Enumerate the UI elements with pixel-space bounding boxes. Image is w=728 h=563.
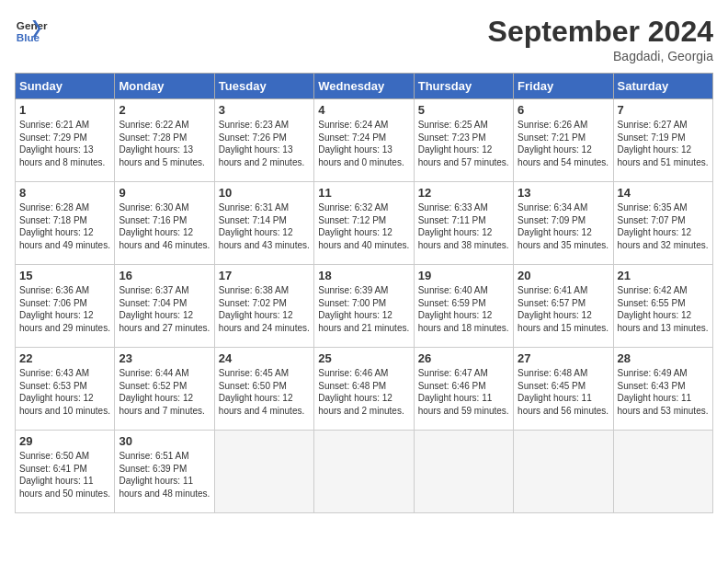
day-number: 15: [19, 269, 110, 282]
calendar-cell: 16 Sunrise: 6:37 AMSunset: 7:04 PMDaylig…: [115, 265, 214, 348]
calendar-cell: 2 Sunrise: 6:22 AMSunset: 7:28 PMDayligh…: [115, 99, 214, 182]
calendar-cell: 30 Sunrise: 6:51 AMSunset: 6:39 PMDaylig…: [115, 431, 214, 513]
day-info: Sunrise: 6:31 AMSunset: 7:14 PMDaylight …: [219, 201, 310, 251]
day-info: Sunrise: 6:49 AMSunset: 6:43 PMDaylight …: [618, 367, 709, 417]
day-number: 22: [19, 351, 110, 365]
day-number: 4: [318, 103, 409, 117]
calendar-week-3: 15 Sunrise: 6:36 AMSunset: 7:06 PMDaylig…: [16, 265, 713, 348]
day-number: 27: [518, 351, 609, 365]
calendar-week-2: 8 Sunrise: 6:28 AMSunset: 7:18 PMDayligh…: [16, 182, 713, 265]
day-number: 30: [119, 434, 210, 448]
calendar-cell: [514, 431, 613, 513]
title-area: September 2024 Bagdadi, Georgia: [488, 15, 713, 63]
day-info: Sunrise: 6:51 AMSunset: 6:39 PMDaylight …: [119, 450, 210, 500]
calendar-cell: 13 Sunrise: 6:34 AMSunset: 7:09 PMDaylig…: [514, 182, 613, 265]
calendar-cell: 18 Sunrise: 6:39 AMSunset: 7:00 PMDaylig…: [314, 265, 414, 348]
day-number: 11: [318, 186, 409, 200]
day-info: Sunrise: 6:22 AMSunset: 7:28 PMDaylight …: [119, 119, 210, 168]
calendar-cell: 14 Sunrise: 6:35 AMSunset: 7:07 PMDaylig…: [613, 182, 712, 265]
day-header-thursday: Thursday: [414, 74, 513, 99]
day-info: Sunrise: 6:36 AMSunset: 7:06 PMDaylight …: [19, 284, 110, 334]
calendar-cell: 28 Sunrise: 6:49 AMSunset: 6:43 PMDaylig…: [613, 348, 712, 431]
calendar-cell: 3 Sunrise: 6:23 AMSunset: 7:26 PMDayligh…: [214, 99, 313, 182]
day-header-wednesday: Wednesday: [314, 74, 414, 99]
location-title: Bagdadi, Georgia: [488, 49, 713, 63]
day-info: Sunrise: 6:26 AMSunset: 7:21 PMDaylight …: [518, 119, 609, 168]
day-header-friday: Friday: [514, 74, 613, 99]
calendar-cell: 10 Sunrise: 6:31 AMSunset: 7:14 PMDaylig…: [214, 182, 313, 265]
calendar-cell: [414, 431, 513, 513]
calendar-cell: 4 Sunrise: 6:24 AMSunset: 7:24 PMDayligh…: [314, 99, 414, 182]
day-header-tuesday: Tuesday: [214, 74, 313, 99]
day-header-sunday: Sunday: [16, 74, 115, 99]
day-number: 14: [618, 186, 709, 200]
day-info: Sunrise: 6:46 AMSunset: 6:48 PMDaylight …: [318, 367, 409, 417]
month-title: September 2024: [488, 15, 713, 49]
day-number: 5: [418, 103, 509, 117]
day-info: Sunrise: 6:40 AMSunset: 6:59 PMDaylight …: [418, 284, 509, 334]
day-info: Sunrise: 6:30 AMSunset: 7:16 PMDaylight …: [119, 201, 210, 251]
day-info: Sunrise: 6:35 AMSunset: 7:07 PMDaylight …: [618, 201, 709, 251]
calendar-week-4: 22 Sunrise: 6:43 AMSunset: 6:53 PMDaylig…: [16, 348, 713, 431]
day-number: 6: [518, 103, 609, 117]
header: General Blue September 2024 Bagdadi, Geo…: [15, 15, 713, 63]
day-info: Sunrise: 6:23 AMSunset: 7:26 PMDaylight …: [219, 119, 310, 168]
svg-text:General: General: [17, 19, 48, 31]
calendar-cell: 21 Sunrise: 6:42 AMSunset: 6:55 PMDaylig…: [613, 265, 712, 348]
calendar-week-5: 29 Sunrise: 6:50 AMSunset: 6:41 PMDaylig…: [16, 431, 713, 513]
calendar-cell: 26 Sunrise: 6:47 AMSunset: 6:46 PMDaylig…: [414, 348, 513, 431]
day-number: 26: [418, 351, 509, 365]
day-number: 21: [618, 269, 709, 282]
calendar-header-row: SundayMondayTuesdayWednesdayThursdayFrid…: [16, 74, 713, 99]
calendar-cell: 8 Sunrise: 6:28 AMSunset: 7:18 PMDayligh…: [16, 182, 115, 265]
calendar: SundayMondayTuesdayWednesdayThursdayFrid…: [15, 73, 713, 513]
calendar-cell: 22 Sunrise: 6:43 AMSunset: 6:53 PMDaylig…: [16, 348, 115, 431]
day-info: Sunrise: 6:42 AMSunset: 6:55 PMDaylight …: [618, 284, 709, 334]
day-info: Sunrise: 6:34 AMSunset: 7:09 PMDaylight …: [518, 201, 609, 251]
calendar-cell: 27 Sunrise: 6:48 AMSunset: 6:45 PMDaylig…: [514, 348, 613, 431]
calendar-cell: 15 Sunrise: 6:36 AMSunset: 7:06 PMDaylig…: [16, 265, 115, 348]
logo-icon: General Blue: [15, 15, 48, 48]
calendar-cell: [314, 431, 414, 513]
day-info: Sunrise: 6:27 AMSunset: 7:19 PMDaylight …: [618, 119, 709, 168]
calendar-week-1: 1 Sunrise: 6:21 AMSunset: 7:29 PMDayligh…: [16, 99, 713, 182]
calendar-cell: 29 Sunrise: 6:50 AMSunset: 6:41 PMDaylig…: [16, 431, 115, 513]
day-number: 20: [518, 269, 609, 282]
day-number: 24: [219, 351, 310, 365]
day-header-monday: Monday: [115, 74, 214, 99]
day-info: Sunrise: 6:50 AMSunset: 6:41 PMDaylight …: [19, 450, 110, 500]
day-number: 29: [19, 434, 110, 448]
day-number: 16: [119, 269, 210, 282]
day-info: Sunrise: 6:32 AMSunset: 7:12 PMDaylight …: [318, 201, 409, 251]
day-info: Sunrise: 6:21 AMSunset: 7:29 PMDaylight …: [19, 119, 110, 168]
day-info: Sunrise: 6:25 AMSunset: 7:23 PMDaylight …: [418, 119, 509, 168]
day-number: 8: [19, 186, 110, 200]
day-header-saturday: Saturday: [613, 74, 712, 99]
day-number: 25: [318, 351, 409, 365]
logo: General Blue: [15, 15, 48, 48]
day-number: 23: [119, 351, 210, 365]
day-info: Sunrise: 6:28 AMSunset: 7:18 PMDaylight …: [19, 201, 110, 251]
calendar-cell: 23 Sunrise: 6:44 AMSunset: 6:52 PMDaylig…: [115, 348, 214, 431]
day-number: 10: [219, 186, 310, 200]
calendar-cell: 11 Sunrise: 6:32 AMSunset: 7:12 PMDaylig…: [314, 182, 414, 265]
calendar-cell: 1 Sunrise: 6:21 AMSunset: 7:29 PMDayligh…: [16, 99, 115, 182]
day-info: Sunrise: 6:48 AMSunset: 6:45 PMDaylight …: [518, 367, 609, 417]
calendar-cell: 9 Sunrise: 6:30 AMSunset: 7:16 PMDayligh…: [115, 182, 214, 265]
calendar-body: 1 Sunrise: 6:21 AMSunset: 7:29 PMDayligh…: [16, 99, 713, 513]
calendar-cell: 12 Sunrise: 6:33 AMSunset: 7:11 PMDaylig…: [414, 182, 513, 265]
day-info: Sunrise: 6:24 AMSunset: 7:24 PMDaylight …: [318, 119, 409, 168]
day-number: 9: [119, 186, 210, 200]
day-info: Sunrise: 6:37 AMSunset: 7:04 PMDaylight …: [119, 284, 210, 334]
day-number: 3: [219, 103, 310, 117]
calendar-cell: 5 Sunrise: 6:25 AMSunset: 7:23 PMDayligh…: [414, 99, 513, 182]
calendar-cell: 7 Sunrise: 6:27 AMSunset: 7:19 PMDayligh…: [613, 99, 712, 182]
day-info: Sunrise: 6:44 AMSunset: 6:52 PMDaylight …: [119, 367, 210, 417]
day-number: 12: [418, 186, 509, 200]
day-number: 17: [219, 269, 310, 282]
day-info: Sunrise: 6:38 AMSunset: 7:02 PMDaylight …: [219, 284, 310, 334]
calendar-cell: 17 Sunrise: 6:38 AMSunset: 7:02 PMDaylig…: [214, 265, 313, 348]
day-info: Sunrise: 6:43 AMSunset: 6:53 PMDaylight …: [19, 367, 110, 417]
day-info: Sunrise: 6:33 AMSunset: 7:11 PMDaylight …: [418, 201, 509, 251]
day-number: 13: [518, 186, 609, 200]
